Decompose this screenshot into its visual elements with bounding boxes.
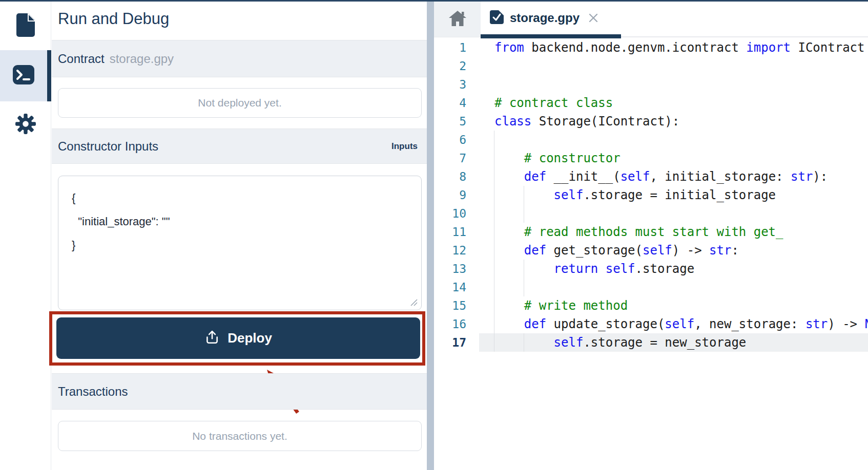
transactions-empty-box: No transactions yet. (58, 421, 422, 451)
line-number: 7 (434, 149, 466, 167)
code-line: from backend.node.genvm.icontract import… (494, 38, 868, 57)
constructor-inputs-header: Constructor Inputs Inputs (52, 129, 427, 164)
deployment-status-text: Not deployed yet. (198, 97, 281, 109)
code-line: # write method (494, 296, 868, 315)
code-line (494, 57, 868, 75)
line-number: 3 (434, 75, 466, 94)
sidebar-item-settings[interactable] (0, 100, 51, 149)
code-line: self.storage = new_storage (494, 333, 868, 352)
line-number: 9 (434, 186, 466, 204)
contract-section-header: Contract storage.gpy (52, 40, 427, 77)
constructor-inputs-editor[interactable]: { "initial_storage": "" } (58, 176, 422, 310)
terminal-icon (13, 65, 34, 87)
deployment-status-box: Not deployed yet. (58, 88, 422, 118)
line-number: 16 (434, 315, 466, 333)
transactions-label: Transactions (58, 384, 128, 399)
line-number: 11 (434, 223, 466, 241)
gear-icon (15, 113, 36, 137)
tab-storage-gpy[interactable]: storage.gpy (481, 2, 621, 38)
contract-label: Contract (58, 52, 105, 66)
code-line (494, 278, 868, 296)
app-window: Run and Debug Contract storage.gpy Not d… (0, 0, 868, 470)
code-line: def update_storage(self, new_storage: st… (494, 315, 868, 333)
page-title: Run and Debug (58, 10, 169, 28)
activity-bar (0, 2, 51, 470)
transactions-section-header: Transactions (52, 373, 427, 410)
line-number: 1 (434, 38, 466, 57)
line-number: 4 (434, 94, 466, 112)
line-number: 13 (434, 260, 466, 278)
run-and-debug-panel: Run and Debug Contract storage.gpy Not d… (52, 2, 427, 470)
home-tab-area[interactable] (434, 2, 481, 37)
deploy-button-label: Deploy (228, 330, 272, 346)
code-editor[interactable]: 1234567891011121314151617 from backend.n… (434, 38, 868, 470)
line-number: 10 (434, 204, 466, 223)
panel-resize-handle[interactable] (427, 2, 434, 470)
resize-grip-icon[interactable] (409, 298, 418, 308)
upload-icon (204, 330, 220, 347)
inputs-badge: Inputs (391, 141, 418, 152)
line-number: 8 (434, 167, 466, 186)
line-number: 14 (434, 278, 466, 296)
line-number: 6 (434, 131, 466, 149)
code-line: # contract class (494, 94, 868, 112)
line-number: 15 (434, 296, 466, 315)
line-number-gutter: 1234567891011121314151617 (434, 38, 466, 470)
code-line: return self.storage (494, 260, 868, 278)
tab-label: storage.gpy (510, 11, 580, 25)
sidebar-item-run-debug[interactable] (0, 50, 51, 101)
line-number: 2 (434, 57, 466, 75)
home-icon (448, 10, 467, 29)
code-line (494, 204, 868, 223)
code-line: # constructor (494, 149, 868, 167)
code-line: self.storage = initial_storage (494, 186, 868, 204)
transactions-empty-text: No transactions yet. (192, 430, 287, 442)
file-icon (15, 13, 36, 39)
contract-file-name: storage.gpy (110, 52, 174, 66)
file-check-icon (490, 10, 504, 26)
code-line (494, 131, 868, 149)
constructor-inputs-label: Constructor Inputs (58, 139, 158, 154)
line-number: 12 (434, 241, 466, 260)
code-line: class Storage(IContract): (494, 112, 868, 131)
code-line (494, 75, 868, 94)
line-number: 17 (434, 333, 466, 352)
code-line: # read methods must start with get_ (494, 223, 868, 241)
line-number: 5 (434, 112, 466, 131)
code-line: def __init__(self, initial_storage: str)… (494, 167, 868, 186)
close-icon[interactable] (588, 12, 599, 24)
tab-bar-empty-space (621, 2, 868, 37)
deploy-button[interactable]: Deploy (56, 317, 420, 359)
code-line: def get_storage(self) -> str: (494, 241, 868, 260)
sidebar-item-files[interactable] (0, 2, 51, 51)
